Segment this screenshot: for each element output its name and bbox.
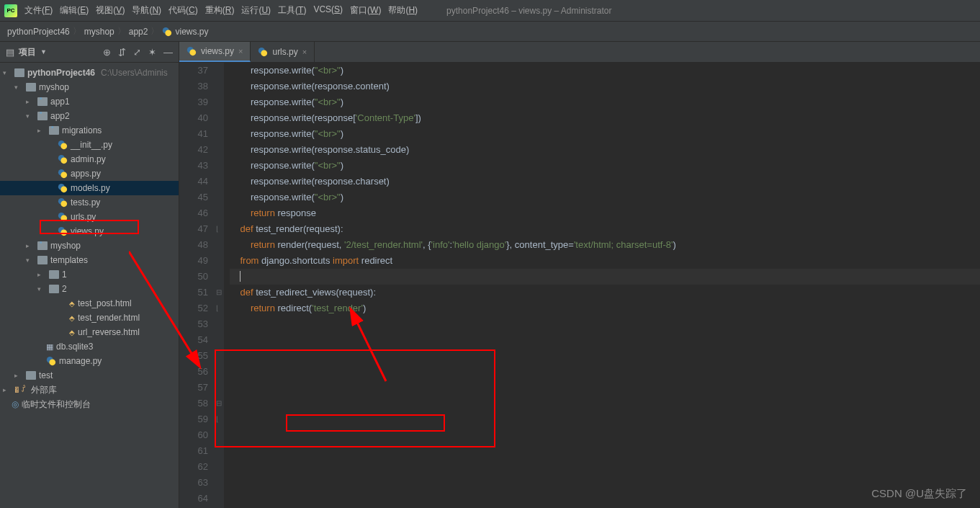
tree-file[interactable]: tests.py (0, 195, 179, 210)
project-tree[interactable]: ▾ pythonProject46 C:\Users\Adminis ▾ mys… (0, 63, 179, 508)
code-line[interactable]: response.write("<br>") (230, 126, 980, 142)
tree-file[interactable]: models.py (0, 181, 179, 195)
line-number: 45 (179, 190, 208, 205)
dropdown-icon[interactable]: ▼ (40, 48, 47, 55)
tree-file[interactable]: apps.py (0, 166, 179, 181)
code-line[interactable]: response.write(response['Content-Type']) (230, 110, 980, 126)
svg-point-21 (261, 50, 268, 56)
python-icon (58, 169, 68, 179)
code-line[interactable]: response.write(response.charset) (230, 174, 980, 190)
tree-file[interactable]: ⬘test_post.html (0, 296, 179, 311)
python-icon (162, 27, 172, 37)
breadcrumb-item[interactable]: pythonProject46 (7, 27, 70, 37)
editor-tab[interactable]: views.py× (179, 42, 251, 62)
html-icon: ⬘ (69, 300, 75, 308)
python-icon (58, 226, 68, 236)
close-icon[interactable]: × (302, 48, 307, 56)
settings-icon[interactable]: ✶ (148, 47, 156, 58)
menu-item[interactable]: 工具(T) (275, 4, 309, 17)
menu-item[interactable]: 编辑(E) (57, 4, 91, 17)
code-line[interactable]: return render(request, '2/test_render.ht… (230, 237, 980, 253)
fold-icon[interactable]: ⊟ (216, 396, 222, 411)
tree-file[interactable]: ⬘test_render.html (0, 311, 179, 325)
code-line[interactable] (230, 269, 980, 285)
menu-item[interactable]: 代码(C) (166, 4, 201, 17)
folder-icon (14, 68, 24, 77)
tree-scratches[interactable]: ◎ 临时文件和控制台 (0, 397, 179, 411)
tree-file[interactable]: urls.py (0, 210, 179, 224)
tree-folder-app2[interactable]: ▾ app2 (0, 109, 179, 123)
code-line[interactable]: response.write("<br>") (230, 94, 980, 110)
code-line[interactable]: response.write("<br>") (230, 63, 980, 79)
code-line[interactable]: def test_redirect_views(request): (230, 285, 980, 300)
project-sidebar: ▤ 项目 ▼ ⊕ ⇵ ⤢ ✶ — ▾ pythonProject46 C:\Us… (0, 42, 179, 508)
html-icon: ⬘ (69, 329, 75, 337)
collapse-icon[interactable]: ⤢ (133, 47, 141, 58)
close-icon[interactable]: × (238, 47, 243, 55)
editor-pane: views.py×urls.py× 3738394041424344454647… (179, 42, 980, 508)
svg-point-7 (60, 171, 67, 178)
breadcrumb-item[interactable]: app2 (129, 27, 148, 37)
tree-file-db[interactable]: ▦ db.sqlite3 (0, 339, 179, 354)
breadcrumb-item[interactable]: myshop (84, 27, 114, 37)
code-line[interactable]: from django.shortcuts import redirect (230, 253, 980, 269)
tree-file[interactable]: ⬘url_reverse.html (0, 325, 179, 339)
menu-item[interactable]: 视图(V) (93, 4, 127, 17)
tree-folder-app1[interactable]: ▸ app1 (0, 94, 179, 109)
chevron-icon: 〉 (73, 25, 81, 37)
expand-icon[interactable]: ⇵ (118, 47, 126, 58)
menu-item[interactable]: 重构(R) (202, 4, 238, 17)
code-line[interactable]: response.write("<br>") (230, 190, 980, 205)
menu-item[interactable]: 窗口(W) (347, 4, 384, 17)
line-number: 49 (179, 253, 208, 269)
menu-item[interactable]: 导航(N) (129, 4, 164, 17)
svg-point-17 (49, 359, 55, 365)
project-view-icon[interactable]: ▤ (6, 47, 14, 58)
line-number: 38 (179, 79, 208, 94)
tree-file[interactable]: __init__.py (0, 138, 179, 152)
menu-item[interactable]: 运行(U) (238, 4, 274, 17)
tree-root[interactable]: ▾ pythonProject46 C:\Users\Adminis (0, 66, 179, 80)
package-icon (37, 97, 48, 106)
menu-item[interactable]: VCS(S) (310, 4, 346, 17)
line-gutter: 3738394041424344454647484950515253545556… (179, 63, 215, 508)
tree-folder-test[interactable]: ▸ test (0, 368, 179, 383)
tree-folder-templates[interactable]: ▾ templates (0, 253, 179, 267)
locate-icon[interactable]: ⊕ (103, 47, 111, 58)
file-label: test_post.html (78, 298, 132, 308)
file-label: __init__.py (71, 140, 112, 150)
editor-tab[interactable]: urls.py× (251, 42, 315, 62)
code-line[interactable]: def test_render(request): (230, 221, 980, 237)
line-number: 37 (179, 63, 208, 79)
file-label: admin.py (71, 154, 106, 164)
tree-file[interactable]: admin.py (0, 152, 179, 166)
code-line[interactable]: response.write("<br>") (230, 158, 980, 174)
tree-folder-myshop2[interactable]: ▸ myshop (0, 239, 179, 253)
code-line[interactable]: return response (230, 205, 980, 221)
tree-folder-migrations[interactable]: ▸ migrations (0, 123, 179, 138)
folder-icon (37, 256, 48, 264)
code-content[interactable]: response.write("<br>") response.write(re… (224, 63, 980, 508)
menu-item[interactable]: 帮助(H) (385, 4, 421, 17)
tree-external-libs[interactable]: ▸�វ 外部库 (0, 383, 179, 397)
svg-point-15 (60, 229, 67, 236)
code-editor[interactable]: 3738394041424344454647484950515253545556… (179, 63, 980, 508)
watermark-text: CSDN @U盘失踪了 (871, 487, 967, 501)
tree-folder-tpl1[interactable]: ▸ 1 (0, 267, 179, 282)
code-line[interactable]: response.write(response.status_code) (230, 142, 980, 158)
tree-folder-myshop[interactable]: ▾ myshop (0, 80, 179, 94)
folder-icon (49, 285, 59, 293)
code-line[interactable]: return redirect('test_render') (230, 300, 980, 316)
menu-item[interactable]: 文件(F) (22, 4, 55, 17)
svg-point-11 (60, 200, 67, 207)
file-label: urls.py (71, 212, 96, 222)
tree-folder-tpl2[interactable]: ▾ 2 (0, 282, 179, 296)
fold-icon[interactable]: ⊟ (216, 285, 222, 300)
breadcrumb-item[interactable]: views.py (175, 27, 208, 37)
line-number: 39 (179, 94, 208, 110)
code-line[interactable]: response.write(response.content) (230, 79, 980, 94)
tree-file[interactable]: views.py (0, 224, 179, 239)
hide-icon[interactable]: — (163, 47, 173, 58)
line-number: 40 (179, 110, 208, 126)
tree-file-manage[interactable]: manage.py (0, 354, 179, 368)
